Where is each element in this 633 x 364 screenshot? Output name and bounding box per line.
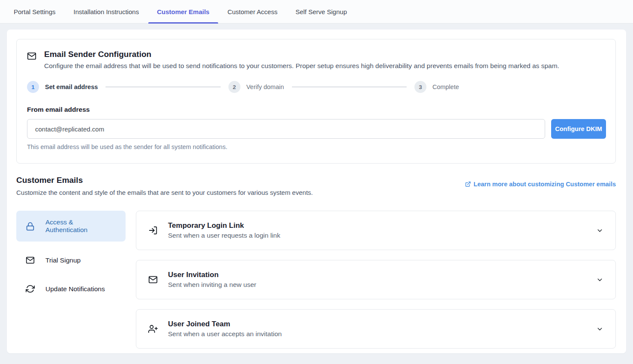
category-label: Trial Signup xyxy=(45,257,81,264)
email-card-user-joined-team[interactable]: User Joined Team Sent when a user accept… xyxy=(136,309,616,349)
step-2-badge: 2 xyxy=(228,81,240,93)
tab-customer-access[interactable]: Customer Access xyxy=(228,0,278,24)
step-3-label: Complete xyxy=(432,84,459,90)
mail-icon xyxy=(26,256,35,265)
step-1-badge: 1 xyxy=(27,81,39,93)
mail-icon xyxy=(148,275,158,284)
category-trial-signup[interactable]: Trial Signup xyxy=(16,250,126,270)
refresh-icon xyxy=(26,284,35,293)
email-card-user-invitation[interactable]: User Invitation Sent when inviting a new… xyxy=(136,260,616,299)
settings-tabbar: Portal Settings Installation Instruction… xyxy=(0,0,633,24)
email-card-temporary-login-link[interactable]: Temporary Login Link Sent when a user re… xyxy=(136,211,616,250)
category-label: Update Notifications xyxy=(45,285,105,293)
customer-emails-title: Customer Emails xyxy=(16,176,313,185)
chevron-down-icon[interactable] xyxy=(596,325,603,333)
chevron-down-icon[interactable] xyxy=(596,227,603,234)
step-connector xyxy=(105,87,220,87)
customer-emails-description: Customize the content and style of the e… xyxy=(16,189,313,196)
email-card-title: User Joined Team xyxy=(168,320,586,328)
email-card-subtitle: Sent when a user requests a login link xyxy=(168,232,586,239)
step-verify-domain: 2 Verify domain xyxy=(228,81,284,93)
tab-customer-emails[interactable]: Customer Emails xyxy=(157,0,210,24)
customer-emails-panel: Email Sender Configuration Configure the… xyxy=(7,30,626,353)
step-2-label: Verify domain xyxy=(246,84,284,90)
from-email-input[interactable] xyxy=(27,119,545,139)
email-card-subtitle: Sent when inviting a new user xyxy=(168,281,586,289)
email-category-list: Access & Authentication Trial Signup Upd… xyxy=(16,211,126,299)
step-complete: 3 Complete xyxy=(414,81,459,93)
from-email-label: From email address xyxy=(27,106,606,113)
user-plus-icon xyxy=(148,324,158,334)
email-card-title: User Invitation xyxy=(168,271,586,279)
sender-config-stepper: 1 Set email address 2 Verify domain 3 Co… xyxy=(27,81,459,93)
step-connector xyxy=(292,87,407,87)
email-card-title: Temporary Login Link xyxy=(168,221,586,230)
external-link-icon xyxy=(465,181,471,187)
configure-dkim-button[interactable]: Configure DKIM xyxy=(551,119,606,139)
step-1-label: Set email address xyxy=(45,84,98,90)
learn-more-label: Learn more about customizing Customer em… xyxy=(474,181,616,188)
sender-config-description: Configure the email address that will be… xyxy=(44,62,559,70)
tab-installation-instructions[interactable]: Installation Instructions xyxy=(74,0,139,24)
email-card-subtitle: Sent when a user accepts an invitation xyxy=(168,330,586,338)
learn-more-link[interactable]: Learn more about customizing Customer em… xyxy=(465,181,616,188)
category-label: Access & Authentication xyxy=(45,218,116,234)
email-template-list: Temporary Login Link Sent when a user re… xyxy=(136,211,616,349)
login-icon xyxy=(148,226,158,235)
tab-self-serve-signup[interactable]: Self Serve Signup xyxy=(295,0,347,24)
mail-icon xyxy=(27,51,36,70)
from-email-helper-text: This email address will be used as the s… xyxy=(27,143,606,150)
category-update-notifications[interactable]: Update Notifications xyxy=(16,279,126,299)
email-sender-configuration-card: Email Sender Configuration Configure the… xyxy=(16,39,616,164)
step-3-badge: 3 xyxy=(414,81,426,93)
tab-portal-settings[interactable]: Portal Settings xyxy=(14,0,56,24)
category-access-authentication[interactable]: Access & Authentication xyxy=(16,211,126,242)
sender-config-title: Email Sender Configuration xyxy=(44,50,559,59)
lock-icon xyxy=(26,222,35,231)
chevron-down-icon[interactable] xyxy=(596,276,603,283)
step-set-email-address: 1 Set email address xyxy=(27,81,98,93)
